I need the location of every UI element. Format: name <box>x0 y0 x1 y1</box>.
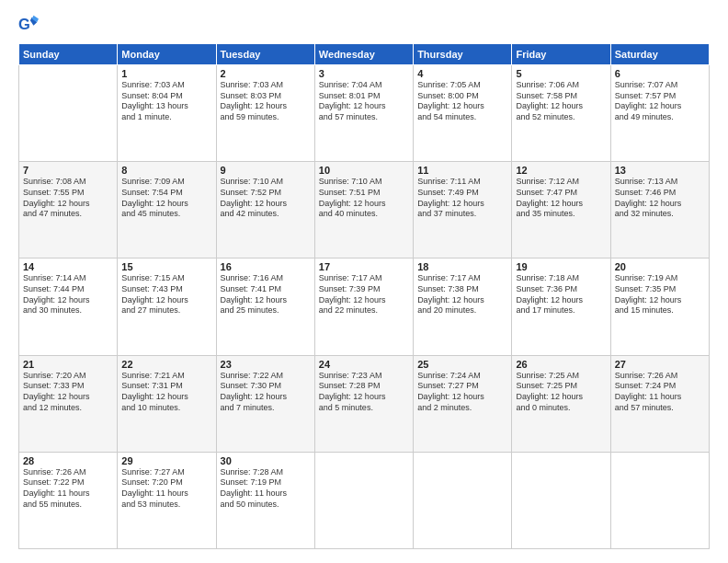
calendar-cell: 5Sunrise: 7:06 AM Sunset: 7:58 PM Daylig… <box>512 65 610 162</box>
calendar-cell: 2Sunrise: 7:03 AM Sunset: 8:03 PM Daylig… <box>216 65 314 162</box>
day-number: 4 <box>417 68 507 79</box>
day-number: 25 <box>417 359 507 370</box>
calendar-cell: 30Sunrise: 7:28 AM Sunset: 7:19 PM Dayli… <box>216 452 314 548</box>
day-info: Sunrise: 7:03 AM Sunset: 8:03 PM Dayligh… <box>221 80 311 123</box>
calendar-cell: 8Sunrise: 7:09 AM Sunset: 7:54 PM Daylig… <box>118 162 216 259</box>
calendar-cell: 13Sunrise: 7:13 AM Sunset: 7:46 PM Dayli… <box>610 162 709 259</box>
day-number: 9 <box>221 165 311 176</box>
week-row-0: 1Sunrise: 7:03 AM Sunset: 8:04 PM Daylig… <box>19 65 710 162</box>
day-number: 13 <box>615 165 705 176</box>
calendar-cell: 15Sunrise: 7:15 AM Sunset: 7:43 PM Dayli… <box>118 259 216 355</box>
header-saturday: Saturday <box>610 44 709 65</box>
day-info: Sunrise: 7:18 AM Sunset: 7:36 PM Dayligh… <box>516 273 606 316</box>
day-number: 18 <box>417 261 507 272</box>
day-number: 14 <box>23 261 113 272</box>
day-info: Sunrise: 7:21 AM Sunset: 7:31 PM Dayligh… <box>121 371 211 414</box>
day-number: 29 <box>121 455 211 466</box>
day-info: Sunrise: 7:05 AM Sunset: 8:00 PM Dayligh… <box>417 80 507 123</box>
calendar-cell <box>512 452 610 548</box>
calendar-cell <box>610 452 709 548</box>
day-info: Sunrise: 7:26 AM Sunset: 7:22 PM Dayligh… <box>23 467 113 511</box>
calendar-cell: 4Sunrise: 7:05 AM Sunset: 8:00 PM Daylig… <box>414 65 512 162</box>
calendar-cell: 6Sunrise: 7:07 AM Sunset: 7:57 PM Daylig… <box>610 65 709 162</box>
day-info: Sunrise: 7:13 AM Sunset: 7:46 PM Dayligh… <box>615 177 705 220</box>
day-info: Sunrise: 7:25 AM Sunset: 7:25 PM Dayligh… <box>516 371 606 414</box>
header-friday: Friday <box>512 44 610 65</box>
day-number: 1 <box>121 68 211 79</box>
day-info: Sunrise: 7:14 AM Sunset: 7:44 PM Dayligh… <box>23 273 113 316</box>
calendar-cell: 21Sunrise: 7:20 AM Sunset: 7:33 PM Dayli… <box>19 355 118 452</box>
day-info: Sunrise: 7:16 AM Sunset: 7:41 PM Dayligh… <box>221 273 311 316</box>
calendar-cell: 16Sunrise: 7:16 AM Sunset: 7:41 PM Dayli… <box>216 259 314 355</box>
logo-icon: G <box>18 14 39 34</box>
day-info: Sunrise: 7:22 AM Sunset: 7:30 PM Dayligh… <box>221 371 311 414</box>
day-number: 12 <box>516 165 606 176</box>
day-number: 5 <box>516 68 606 79</box>
svg-text:G: G <box>18 16 30 32</box>
week-row-2: 14Sunrise: 7:14 AM Sunset: 7:44 PM Dayli… <box>19 259 710 355</box>
day-info: Sunrise: 7:10 AM Sunset: 7:51 PM Dayligh… <box>319 177 409 220</box>
day-number: 23 <box>221 359 311 370</box>
page: G SundayMondayTuesdayWednesdayThursdayFr… <box>0 0 728 563</box>
day-number: 19 <box>516 261 606 272</box>
day-number: 21 <box>23 359 113 370</box>
day-number: 6 <box>615 68 705 79</box>
calendar-cell: 25Sunrise: 7:24 AM Sunset: 7:27 PM Dayli… <box>414 355 512 452</box>
day-number: 16 <box>221 261 311 272</box>
day-number: 7 <box>23 165 113 176</box>
day-info: Sunrise: 7:08 AM Sunset: 7:55 PM Dayligh… <box>23 177 113 220</box>
calendar-cell: 10Sunrise: 7:10 AM Sunset: 7:51 PM Dayli… <box>314 162 413 259</box>
day-info: Sunrise: 7:28 AM Sunset: 7:19 PM Dayligh… <box>221 467 311 511</box>
day-number: 2 <box>221 68 311 79</box>
day-info: Sunrise: 7:12 AM Sunset: 7:47 PM Dayligh… <box>516 177 606 220</box>
calendar-cell <box>414 452 512 548</box>
logo: G <box>18 14 42 34</box>
calendar-cell <box>314 452 413 548</box>
header-tuesday: Tuesday <box>216 44 314 65</box>
week-row-1: 7Sunrise: 7:08 AM Sunset: 7:55 PM Daylig… <box>19 162 710 259</box>
calendar-cell: 3Sunrise: 7:04 AM Sunset: 8:01 PM Daylig… <box>314 65 413 162</box>
header-thursday: Thursday <box>414 44 512 65</box>
day-info: Sunrise: 7:19 AM Sunset: 7:35 PM Dayligh… <box>615 273 705 316</box>
calendar-cell: 29Sunrise: 7:27 AM Sunset: 7:20 PM Dayli… <box>118 452 216 548</box>
day-number: 8 <box>121 165 211 176</box>
day-number: 24 <box>319 359 409 370</box>
header: G <box>18 14 710 34</box>
calendar-header-row: SundayMondayTuesdayWednesdayThursdayFrid… <box>19 44 710 65</box>
calendar: SundayMondayTuesdayWednesdayThursdayFrid… <box>18 43 710 549</box>
day-number: 20 <box>615 261 705 272</box>
day-info: Sunrise: 7:04 AM Sunset: 8:01 PM Dayligh… <box>319 80 409 123</box>
week-row-4: 28Sunrise: 7:26 AM Sunset: 7:22 PM Dayli… <box>19 452 710 548</box>
day-info: Sunrise: 7:07 AM Sunset: 7:57 PM Dayligh… <box>615 80 705 123</box>
day-number: 11 <box>417 165 507 176</box>
calendar-cell: 1Sunrise: 7:03 AM Sunset: 8:04 PM Daylig… <box>118 65 216 162</box>
day-number: 30 <box>221 455 311 466</box>
calendar-cell: 11Sunrise: 7:11 AM Sunset: 7:49 PM Dayli… <box>414 162 512 259</box>
day-info: Sunrise: 7:10 AM Sunset: 7:52 PM Dayligh… <box>221 177 311 220</box>
header-sunday: Sunday <box>19 44 118 65</box>
day-info: Sunrise: 7:09 AM Sunset: 7:54 PM Dayligh… <box>121 177 211 220</box>
week-row-3: 21Sunrise: 7:20 AM Sunset: 7:33 PM Dayli… <box>19 355 710 452</box>
day-info: Sunrise: 7:06 AM Sunset: 7:58 PM Dayligh… <box>516 80 606 123</box>
calendar-cell: 18Sunrise: 7:17 AM Sunset: 7:38 PM Dayli… <box>414 259 512 355</box>
calendar-cell: 23Sunrise: 7:22 AM Sunset: 7:30 PM Dayli… <box>216 355 314 452</box>
day-number: 26 <box>516 359 606 370</box>
day-number: 3 <box>319 68 409 79</box>
day-number: 10 <box>319 165 409 176</box>
day-info: Sunrise: 7:23 AM Sunset: 7:28 PM Dayligh… <box>319 371 409 414</box>
calendar-cell: 9Sunrise: 7:10 AM Sunset: 7:52 PM Daylig… <box>216 162 314 259</box>
calendar-cell: 17Sunrise: 7:17 AM Sunset: 7:39 PM Dayli… <box>314 259 413 355</box>
day-info: Sunrise: 7:03 AM Sunset: 8:04 PM Dayligh… <box>121 80 211 123</box>
calendar-cell: 22Sunrise: 7:21 AM Sunset: 7:31 PM Dayli… <box>118 355 216 452</box>
day-info: Sunrise: 7:20 AM Sunset: 7:33 PM Dayligh… <box>23 371 113 414</box>
calendar-cell <box>19 65 118 162</box>
calendar-cell: 20Sunrise: 7:19 AM Sunset: 7:35 PM Dayli… <box>610 259 709 355</box>
calendar-cell: 12Sunrise: 7:12 AM Sunset: 7:47 PM Dayli… <box>512 162 610 259</box>
calendar-cell: 28Sunrise: 7:26 AM Sunset: 7:22 PM Dayli… <box>19 452 118 548</box>
day-info: Sunrise: 7:26 AM Sunset: 7:24 PM Dayligh… <box>615 371 705 414</box>
day-info: Sunrise: 7:17 AM Sunset: 7:38 PM Dayligh… <box>417 273 507 316</box>
calendar-cell: 19Sunrise: 7:18 AM Sunset: 7:36 PM Dayli… <box>512 259 610 355</box>
day-number: 27 <box>615 359 705 370</box>
calendar-cell: 14Sunrise: 7:14 AM Sunset: 7:44 PM Dayli… <box>19 259 118 355</box>
day-number: 28 <box>23 455 113 466</box>
